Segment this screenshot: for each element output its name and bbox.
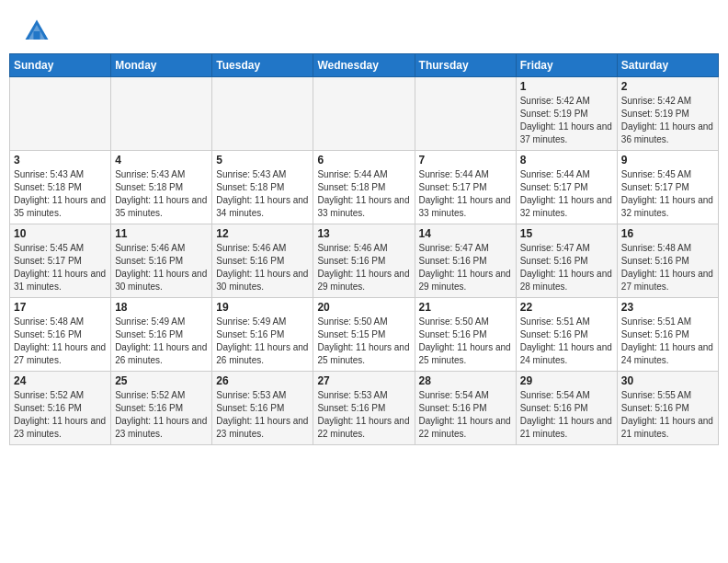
day-cell: 15 Sunrise: 5:47 AMSunset: 5:16 PMDaylig… [516,224,617,298]
day-number: 6 [317,154,410,167]
day-number: 26 [216,374,309,387]
weekday-header-thursday: Thursday [415,54,516,77]
day-cell [212,77,313,151]
day-cell: 11 Sunrise: 5:46 AMSunset: 5:16 PMDaylig… [111,224,212,298]
day-number: 30 [621,374,714,387]
day-cell: 2 Sunrise: 5:42 AMSunset: 5:19 PMDayligh… [617,77,718,151]
day-cell: 21 Sunrise: 5:50 AMSunset: 5:16 PMDaylig… [415,298,516,372]
week-row-2: 3 Sunrise: 5:43 AMSunset: 5:18 PMDayligh… [10,151,719,224]
day-info: Sunrise: 5:43 AMSunset: 5:18 PMDaylight:… [14,169,106,218]
day-cell: 26 Sunrise: 5:53 AMSunset: 5:16 PMDaylig… [212,372,313,445]
day-info: Sunrise: 5:47 AMSunset: 5:16 PMDaylight:… [419,243,511,292]
day-info: Sunrise: 5:52 AMSunset: 5:16 PMDaylight:… [115,390,207,439]
day-cell: 13 Sunrise: 5:46 AMSunset: 5:16 PMDaylig… [313,224,415,298]
day-cell: 22 Sunrise: 5:51 AMSunset: 5:16 PMDaylig… [516,298,617,372]
day-number: 20 [317,301,410,314]
day-info: Sunrise: 5:48 AMSunset: 5:16 PMDaylight:… [621,243,713,292]
week-row-5: 24 Sunrise: 5:52 AMSunset: 5:16 PMDaylig… [10,372,719,445]
day-number: 7 [419,154,512,167]
day-number: 12 [216,227,309,240]
day-cell: 16 Sunrise: 5:48 AMSunset: 5:16 PMDaylig… [617,224,718,298]
day-info: Sunrise: 5:50 AMSunset: 5:15 PMDaylight:… [317,316,409,365]
day-info: Sunrise: 5:55 AMSunset: 5:16 PMDaylight:… [621,390,713,439]
day-cell: 25 Sunrise: 5:52 AMSunset: 5:16 PMDaylig… [111,372,212,445]
calendar: SundayMondayTuesdayWednesdayThursdayFrid… [0,53,728,563]
day-info: Sunrise: 5:52 AMSunset: 5:16 PMDaylight:… [14,390,106,439]
day-number: 28 [419,374,512,387]
day-cell: 19 Sunrise: 5:49 AMSunset: 5:16 PMDaylig… [212,298,313,372]
day-cell: 29 Sunrise: 5:54 AMSunset: 5:16 PMDaylig… [516,372,617,445]
day-cell: 27 Sunrise: 5:53 AMSunset: 5:16 PMDaylig… [313,372,415,445]
day-number: 5 [216,154,309,167]
day-cell: 8 Sunrise: 5:44 AMSunset: 5:17 PMDayligh… [516,151,617,224]
day-info: Sunrise: 5:47 AMSunset: 5:16 PMDaylight:… [520,243,612,292]
header [0,0,728,53]
day-cell: 23 Sunrise: 5:51 AMSunset: 5:16 PMDaylig… [617,298,718,372]
day-number: 10 [14,227,107,240]
day-number: 14 [419,227,512,240]
day-info: Sunrise: 5:45 AMSunset: 5:17 PMDaylight:… [621,169,713,218]
day-info: Sunrise: 5:44 AMSunset: 5:18 PMDaylight:… [317,169,409,218]
day-cell [10,77,111,151]
day-info: Sunrise: 5:43 AMSunset: 5:18 PMDaylight:… [216,169,308,218]
day-number: 3 [14,154,107,167]
day-number: 4 [115,154,208,167]
day-cell [313,77,415,151]
day-info: Sunrise: 5:45 AMSunset: 5:17 PMDaylight:… [14,243,106,292]
day-info: Sunrise: 5:46 AMSunset: 5:16 PMDaylight:… [216,243,308,292]
day-info: Sunrise: 5:49 AMSunset: 5:16 PMDaylight:… [115,316,207,365]
week-row-1: 1 Sunrise: 5:42 AMSunset: 5:19 PMDayligh… [10,77,719,151]
day-number: 23 [621,301,714,314]
day-info: Sunrise: 5:53 AMSunset: 5:16 PMDaylight:… [216,390,308,439]
day-number: 16 [621,227,714,240]
day-cell: 14 Sunrise: 5:47 AMSunset: 5:16 PMDaylig… [415,224,516,298]
day-cell: 10 Sunrise: 5:45 AMSunset: 5:17 PMDaylig… [10,224,111,298]
day-info: Sunrise: 5:44 AMSunset: 5:17 PMDaylight:… [520,169,612,218]
day-number: 27 [317,374,410,387]
day-number: 21 [419,301,512,314]
day-number: 29 [520,374,613,387]
weekday-header-friday: Friday [516,54,617,77]
day-cell [415,77,516,151]
day-info: Sunrise: 5:46 AMSunset: 5:16 PMDaylight:… [115,243,207,292]
day-info: Sunrise: 5:43 AMSunset: 5:18 PMDaylight:… [115,169,207,218]
day-cell: 1 Sunrise: 5:42 AMSunset: 5:19 PMDayligh… [516,77,617,151]
day-info: Sunrise: 5:53 AMSunset: 5:16 PMDaylight:… [317,390,409,439]
day-cell: 5 Sunrise: 5:43 AMSunset: 5:18 PMDayligh… [212,151,313,224]
day-number: 8 [520,154,613,167]
day-cell: 9 Sunrise: 5:45 AMSunset: 5:17 PMDayligh… [617,151,718,224]
day-cell: 20 Sunrise: 5:50 AMSunset: 5:15 PMDaylig… [313,298,415,372]
day-number: 13 [317,227,410,240]
day-info: Sunrise: 5:51 AMSunset: 5:16 PMDaylight:… [520,316,612,365]
day-cell: 7 Sunrise: 5:44 AMSunset: 5:17 PMDayligh… [415,151,516,224]
day-cell: 18 Sunrise: 5:49 AMSunset: 5:16 PMDaylig… [111,298,212,372]
day-number: 9 [621,154,714,167]
page: SundayMondayTuesdayWednesdayThursdayFrid… [0,0,728,563]
day-number: 15 [520,227,613,240]
day-info: Sunrise: 5:42 AMSunset: 5:19 PMDaylight:… [621,96,713,144]
day-cell [111,77,212,151]
day-cell: 3 Sunrise: 5:43 AMSunset: 5:18 PMDayligh… [10,151,111,224]
calendar-table: SundayMondayTuesdayWednesdayThursdayFrid… [9,53,719,445]
day-number: 18 [115,301,208,314]
logo [22,17,59,46]
day-cell: 4 Sunrise: 5:43 AMSunset: 5:18 PMDayligh… [111,151,212,224]
weekday-header-monday: Monday [111,54,212,77]
day-number: 1 [520,80,613,93]
day-number: 17 [14,301,107,314]
day-info: Sunrise: 5:48 AMSunset: 5:16 PMDaylight:… [14,316,106,365]
weekday-header-saturday: Saturday [617,54,718,77]
day-cell: 17 Sunrise: 5:48 AMSunset: 5:16 PMDaylig… [10,298,111,372]
weekday-header-row: SundayMondayTuesdayWednesdayThursdayFrid… [10,54,719,77]
day-info: Sunrise: 5:42 AMSunset: 5:19 PMDaylight:… [520,96,612,144]
day-cell: 12 Sunrise: 5:46 AMSunset: 5:16 PMDaylig… [212,224,313,298]
day-number: 24 [14,374,107,387]
day-cell: 24 Sunrise: 5:52 AMSunset: 5:16 PMDaylig… [10,372,111,445]
day-info: Sunrise: 5:51 AMSunset: 5:16 PMDaylight:… [621,316,713,365]
week-row-4: 17 Sunrise: 5:48 AMSunset: 5:16 PMDaylig… [10,298,719,372]
weekday-header-wednesday: Wednesday [313,54,415,77]
weekday-header-sunday: Sunday [10,54,111,77]
day-cell: 30 Sunrise: 5:55 AMSunset: 5:16 PMDaylig… [617,372,718,445]
day-cell: 6 Sunrise: 5:44 AMSunset: 5:18 PMDayligh… [313,151,415,224]
svg-rect-2 [33,31,40,40]
